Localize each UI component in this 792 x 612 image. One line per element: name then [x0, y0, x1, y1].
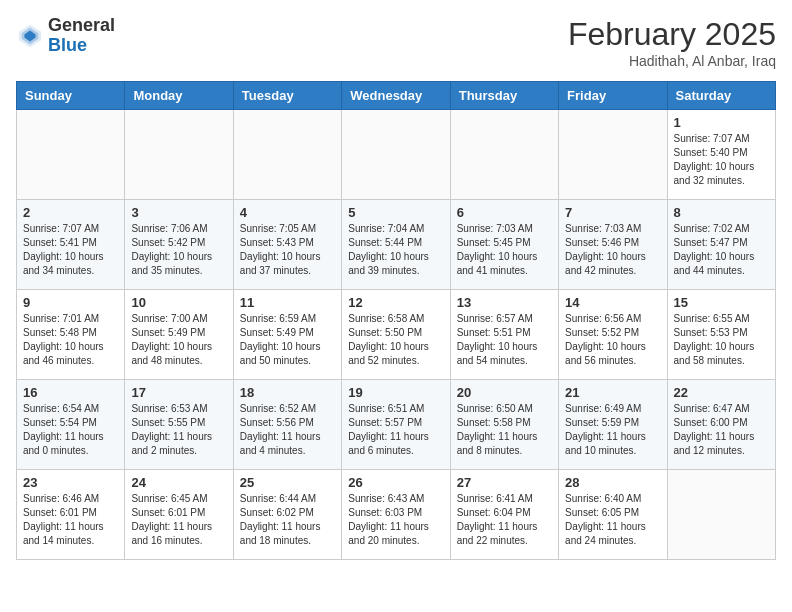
day-info: Sunrise: 7:01 AM Sunset: 5:48 PM Dayligh…: [23, 312, 118, 368]
day-number: 27: [457, 475, 552, 490]
calendar-cell: 12Sunrise: 6:58 AM Sunset: 5:50 PM Dayli…: [342, 290, 450, 380]
day-info: Sunrise: 6:57 AM Sunset: 5:51 PM Dayligh…: [457, 312, 552, 368]
day-number: 28: [565, 475, 660, 490]
day-number: 5: [348, 205, 443, 220]
calendar-cell: 26Sunrise: 6:43 AM Sunset: 6:03 PM Dayli…: [342, 470, 450, 560]
calendar: SundayMondayTuesdayWednesdayThursdayFrid…: [16, 81, 776, 560]
day-number: 3: [131, 205, 226, 220]
calendar-cell: 7Sunrise: 7:03 AM Sunset: 5:46 PM Daylig…: [559, 200, 667, 290]
calendar-cell: 5Sunrise: 7:04 AM Sunset: 5:44 PM Daylig…: [342, 200, 450, 290]
calendar-cell: [125, 110, 233, 200]
calendar-cell: 9Sunrise: 7:01 AM Sunset: 5:48 PM Daylig…: [17, 290, 125, 380]
day-number: 14: [565, 295, 660, 310]
day-info: Sunrise: 6:47 AM Sunset: 6:00 PM Dayligh…: [674, 402, 769, 458]
day-info: Sunrise: 6:40 AM Sunset: 6:05 PM Dayligh…: [565, 492, 660, 548]
day-info: Sunrise: 7:05 AM Sunset: 5:43 PM Dayligh…: [240, 222, 335, 278]
calendar-cell: 28Sunrise: 6:40 AM Sunset: 6:05 PM Dayli…: [559, 470, 667, 560]
title-block: February 2025 Hadithah, Al Anbar, Iraq: [568, 16, 776, 69]
day-info: Sunrise: 6:51 AM Sunset: 5:57 PM Dayligh…: [348, 402, 443, 458]
day-info: Sunrise: 6:56 AM Sunset: 5:52 PM Dayligh…: [565, 312, 660, 368]
day-number: 19: [348, 385, 443, 400]
logo-icon: [16, 22, 44, 50]
calendar-cell: [233, 110, 341, 200]
calendar-cell: 3Sunrise: 7:06 AM Sunset: 5:42 PM Daylig…: [125, 200, 233, 290]
week-row-5: 23Sunrise: 6:46 AM Sunset: 6:01 PM Dayli…: [17, 470, 776, 560]
days-header-row: SundayMondayTuesdayWednesdayThursdayFrid…: [17, 82, 776, 110]
logo-text: General Blue: [48, 16, 115, 56]
day-number: 12: [348, 295, 443, 310]
day-number: 18: [240, 385, 335, 400]
day-number: 25: [240, 475, 335, 490]
week-row-3: 9Sunrise: 7:01 AM Sunset: 5:48 PM Daylig…: [17, 290, 776, 380]
day-header-monday: Monday: [125, 82, 233, 110]
page-header: General Blue February 2025 Hadithah, Al …: [16, 16, 776, 69]
day-info: Sunrise: 7:03 AM Sunset: 5:45 PM Dayligh…: [457, 222, 552, 278]
day-info: Sunrise: 6:52 AM Sunset: 5:56 PM Dayligh…: [240, 402, 335, 458]
day-info: Sunrise: 6:44 AM Sunset: 6:02 PM Dayligh…: [240, 492, 335, 548]
calendar-cell: 22Sunrise: 6:47 AM Sunset: 6:00 PM Dayli…: [667, 380, 775, 470]
day-info: Sunrise: 7:07 AM Sunset: 5:40 PM Dayligh…: [674, 132, 769, 188]
week-row-2: 2Sunrise: 7:07 AM Sunset: 5:41 PM Daylig…: [17, 200, 776, 290]
day-info: Sunrise: 7:06 AM Sunset: 5:42 PM Dayligh…: [131, 222, 226, 278]
week-row-1: 1Sunrise: 7:07 AM Sunset: 5:40 PM Daylig…: [17, 110, 776, 200]
day-info: Sunrise: 6:49 AM Sunset: 5:59 PM Dayligh…: [565, 402, 660, 458]
day-info: Sunrise: 6:55 AM Sunset: 5:53 PM Dayligh…: [674, 312, 769, 368]
day-number: 10: [131, 295, 226, 310]
day-number: 7: [565, 205, 660, 220]
day-number: 20: [457, 385, 552, 400]
day-info: Sunrise: 6:58 AM Sunset: 5:50 PM Dayligh…: [348, 312, 443, 368]
day-number: 21: [565, 385, 660, 400]
calendar-cell: [17, 110, 125, 200]
month-title: February 2025: [568, 16, 776, 53]
day-number: 1: [674, 115, 769, 130]
day-header-tuesday: Tuesday: [233, 82, 341, 110]
calendar-cell: 27Sunrise: 6:41 AM Sunset: 6:04 PM Dayli…: [450, 470, 558, 560]
day-info: Sunrise: 7:00 AM Sunset: 5:49 PM Dayligh…: [131, 312, 226, 368]
day-info: Sunrise: 6:43 AM Sunset: 6:03 PM Dayligh…: [348, 492, 443, 548]
calendar-cell: 18Sunrise: 6:52 AM Sunset: 5:56 PM Dayli…: [233, 380, 341, 470]
calendar-cell: 24Sunrise: 6:45 AM Sunset: 6:01 PM Dayli…: [125, 470, 233, 560]
calendar-cell: 2Sunrise: 7:07 AM Sunset: 5:41 PM Daylig…: [17, 200, 125, 290]
day-info: Sunrise: 7:07 AM Sunset: 5:41 PM Dayligh…: [23, 222, 118, 278]
day-number: 4: [240, 205, 335, 220]
calendar-cell: 21Sunrise: 6:49 AM Sunset: 5:59 PM Dayli…: [559, 380, 667, 470]
calendar-cell: 20Sunrise: 6:50 AM Sunset: 5:58 PM Dayli…: [450, 380, 558, 470]
day-number: 2: [23, 205, 118, 220]
calendar-cell: 8Sunrise: 7:02 AM Sunset: 5:47 PM Daylig…: [667, 200, 775, 290]
calendar-cell: 16Sunrise: 6:54 AM Sunset: 5:54 PM Dayli…: [17, 380, 125, 470]
day-info: Sunrise: 7:04 AM Sunset: 5:44 PM Dayligh…: [348, 222, 443, 278]
week-row-4: 16Sunrise: 6:54 AM Sunset: 5:54 PM Dayli…: [17, 380, 776, 470]
day-info: Sunrise: 6:41 AM Sunset: 6:04 PM Dayligh…: [457, 492, 552, 548]
calendar-cell: 1Sunrise: 7:07 AM Sunset: 5:40 PM Daylig…: [667, 110, 775, 200]
logo: General Blue: [16, 16, 115, 56]
location: Hadithah, Al Anbar, Iraq: [568, 53, 776, 69]
day-info: Sunrise: 6:50 AM Sunset: 5:58 PM Dayligh…: [457, 402, 552, 458]
calendar-cell: 4Sunrise: 7:05 AM Sunset: 5:43 PM Daylig…: [233, 200, 341, 290]
day-number: 16: [23, 385, 118, 400]
calendar-cell: 25Sunrise: 6:44 AM Sunset: 6:02 PM Dayli…: [233, 470, 341, 560]
day-info: Sunrise: 6:53 AM Sunset: 5:55 PM Dayligh…: [131, 402, 226, 458]
day-number: 17: [131, 385, 226, 400]
day-number: 24: [131, 475, 226, 490]
day-info: Sunrise: 7:02 AM Sunset: 5:47 PM Dayligh…: [674, 222, 769, 278]
day-number: 13: [457, 295, 552, 310]
day-number: 8: [674, 205, 769, 220]
day-info: Sunrise: 6:46 AM Sunset: 6:01 PM Dayligh…: [23, 492, 118, 548]
day-header-wednesday: Wednesday: [342, 82, 450, 110]
calendar-cell: [342, 110, 450, 200]
calendar-cell: 17Sunrise: 6:53 AM Sunset: 5:55 PM Dayli…: [125, 380, 233, 470]
calendar-cell: 14Sunrise: 6:56 AM Sunset: 5:52 PM Dayli…: [559, 290, 667, 380]
day-number: 6: [457, 205, 552, 220]
day-header-friday: Friday: [559, 82, 667, 110]
day-number: 23: [23, 475, 118, 490]
calendar-cell: 19Sunrise: 6:51 AM Sunset: 5:57 PM Dayli…: [342, 380, 450, 470]
day-number: 15: [674, 295, 769, 310]
calendar-cell: 15Sunrise: 6:55 AM Sunset: 5:53 PM Dayli…: [667, 290, 775, 380]
calendar-cell: 6Sunrise: 7:03 AM Sunset: 5:45 PM Daylig…: [450, 200, 558, 290]
day-info: Sunrise: 6:45 AM Sunset: 6:01 PM Dayligh…: [131, 492, 226, 548]
day-info: Sunrise: 7:03 AM Sunset: 5:46 PM Dayligh…: [565, 222, 660, 278]
calendar-cell: [559, 110, 667, 200]
day-info: Sunrise: 6:59 AM Sunset: 5:49 PM Dayligh…: [240, 312, 335, 368]
calendar-cell: [450, 110, 558, 200]
calendar-cell: [667, 470, 775, 560]
